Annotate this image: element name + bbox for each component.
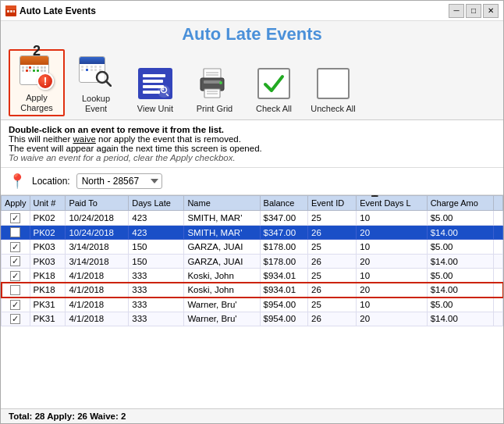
cell-event-id: 26 (308, 225, 357, 239)
uncheck-all-button[interactable]: Uncheck All (305, 60, 361, 116)
cell-days-late: 333 (129, 269, 184, 283)
view-unit-button[interactable]: View Unit (127, 60, 183, 116)
restore-button[interactable]: □ (466, 4, 481, 18)
status-bar: Total: 28 Apply: 26 Waive: 2 (1, 408, 503, 423)
cell-balance: $934.01 (260, 283, 307, 297)
cell-apply[interactable] (2, 240, 30, 254)
cell-name: GARZA, JUAI (184, 254, 260, 268)
cell-charge: $14.00 (427, 312, 493, 326)
cell-name: Koski, John (184, 269, 260, 283)
cell-charge: $14.00 (427, 225, 493, 239)
apply-charges-label: ApplyCharges (20, 93, 53, 113)
lookup-event-label: LookupEvent (82, 94, 110, 114)
cell-event-id: 26 (308, 254, 357, 268)
cell-unit: PK31 (30, 312, 66, 326)
col-name: Name (184, 196, 260, 211)
uncheck-all-label: Uncheck All (311, 104, 355, 114)
checkbox[interactable] (10, 271, 20, 281)
title-bar-controls: ─ □ ✕ (449, 4, 499, 18)
cell-event-id: 26 (308, 312, 357, 326)
col-event-days: Event Days L (357, 196, 427, 211)
svg-rect-15 (204, 80, 221, 84)
cell-name: GARZA, JUAI (184, 240, 260, 254)
svg-point-7 (98, 73, 106, 81)
cell-apply[interactable] (2, 283, 30, 297)
check-all-button[interactable]: Check All (246, 60, 302, 116)
cell-unit: PK18 (30, 269, 66, 283)
cell-charge: $5.00 (427, 269, 493, 283)
col-paid-to: Paid To (66, 196, 129, 211)
table-row[interactable]: PK18 4/1/2018 333 Koski, John $934.01 25… (2, 269, 503, 283)
table-row[interactable]: PK02 10/24/2018 423 SMITH, MAR' $347.00 … (2, 211, 503, 225)
cell-apply[interactable] (2, 211, 30, 225)
cell-apply[interactable] (2, 312, 30, 326)
cell-event-days: 20 (357, 254, 427, 268)
cell-balance: $178.00 (260, 240, 307, 254)
cell-filler (494, 240, 503, 254)
svg-line-6 (106, 81, 111, 86)
instruction-italic: To waive an event for a period, clear th… (9, 153, 495, 162)
table-row[interactable]: PK31 4/1/2018 333 Warner, Bru' $954.00 2… (2, 312, 503, 326)
lookup-event-icon (77, 55, 115, 92)
lookup-event-button[interactable]: LookupEvent (68, 51, 124, 116)
cell-apply[interactable] (2, 225, 30, 239)
table-row[interactable]: PK18 4/1/2018 333 Koski, John $934.01 26… (2, 283, 503, 297)
col-charge: Charge Amo (427, 196, 493, 211)
close-button[interactable]: ✕ (483, 4, 499, 18)
apply-charges-button[interactable]: 2 (9, 49, 65, 116)
app-icon (5, 5, 16, 16)
check-all-label: Check All (256, 104, 292, 114)
cell-unit: PK18 (30, 283, 66, 297)
cell-filler (494, 298, 503, 312)
cell-unit: PK02 (30, 211, 66, 225)
checkbox[interactable] (10, 227, 20, 237)
cell-apply[interactable] (2, 254, 30, 268)
checkbox[interactable] (10, 300, 20, 310)
status-text: Total: 28 Apply: 26 Waive: 2 (9, 412, 126, 421)
cell-paid-to: 10/24/2018 (66, 211, 129, 225)
cell-charge: $14.00 (427, 254, 493, 268)
cell-event-days: 10 (357, 240, 427, 254)
cell-days-late: 333 (129, 283, 184, 297)
toolbar-area: Auto Late Events 2 (1, 21, 503, 120)
cell-event-days: 20 (357, 283, 427, 297)
view-unit-label: View Unit (137, 104, 173, 114)
location-select[interactable]: North - 28567 South - 12345 East - 45678 (76, 173, 162, 189)
minimize-button[interactable]: ─ (449, 4, 464, 18)
checkbox[interactable] (10, 213, 20, 223)
cell-name: SMITH, MAR' (184, 211, 260, 225)
alert-icon: ! (37, 73, 54, 90)
cell-days-late: 423 (129, 225, 184, 239)
cell-paid-to: 4/1/2018 (66, 283, 129, 297)
instruction-line1: This will neither waive nor apply the ev… (9, 134, 495, 144)
cell-paid-to: 10/24/2018 (66, 225, 129, 239)
location-bar: 📍 Location: North - 28567 South - 12345 … (1, 168, 503, 195)
cell-balance: $347.00 (260, 225, 307, 239)
checkbox[interactable] (10, 242, 20, 252)
cell-paid-to: 4/1/2018 (66, 298, 129, 312)
cell-event-id: 26 (308, 283, 357, 297)
cell-balance: $178.00 (260, 254, 307, 268)
cell-apply[interactable] (2, 269, 30, 283)
checkbox[interactable] (10, 285, 20, 295)
cell-event-days: 10 (357, 211, 427, 225)
table-row[interactable]: PK31 4/1/2018 333 Warner, Bru' $954.00 2… (2, 298, 503, 312)
table-row[interactable]: PK02 10/24/2018 423 SMITH, MAR' $347.00 … (2, 225, 503, 239)
checkbox[interactable] (10, 256, 20, 266)
svg-point-9 (162, 88, 164, 90)
cell-apply[interactable] (2, 298, 30, 312)
cell-name: Warner, Bru' (184, 298, 260, 312)
table-row[interactable]: PK03 3/14/2018 150 GARZA, JUAI $178.00 2… (2, 254, 503, 268)
cell-days-late: 333 (129, 312, 184, 326)
table-row[interactable]: PK03 3/14/2018 150 GARZA, JUAI $178.00 2… (2, 240, 503, 254)
col-unit: Unit # (30, 196, 66, 211)
cell-name: Warner, Bru' (184, 312, 260, 326)
toolbar-buttons: 2 (1, 46, 503, 119)
uncheck-all-icon (314, 65, 352, 102)
col-apply: Apply (2, 196, 30, 211)
instruction-box: Double-click on an event to remove it fr… (1, 120, 503, 168)
table-badge-1: 1 (371, 195, 378, 201)
print-grid-button[interactable]: Print Grid (186, 60, 243, 116)
cell-name: SMITH, MAR' (184, 225, 260, 239)
checkbox[interactable] (10, 314, 20, 324)
